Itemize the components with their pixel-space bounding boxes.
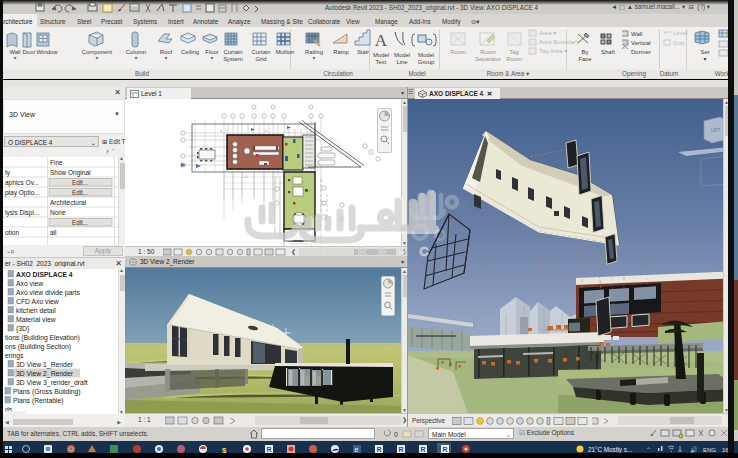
svg-text:None: None [50, 209, 66, 216]
svg-text:Room: Room [506, 56, 522, 62]
svg-text:▾: ▾ [96, 55, 99, 61]
svg-text:R: R [377, 446, 382, 453]
svg-text:kitchen detail: kitchen detail [16, 307, 56, 314]
svg-text:Show Original: Show Original [50, 169, 91, 177]
svg-text:Model: Model [373, 52, 389, 58]
svg-text:Shaft: Shaft [601, 49, 615, 55]
svg-text:Room: Room [450, 49, 466, 55]
svg-text:Fine: Fine [50, 159, 63, 166]
svg-text:play Optio...: play Optio... [5, 189, 40, 197]
svg-text:R: R [421, 446, 426, 453]
svg-text:Grid: Grid [255, 56, 266, 62]
svg-text:0: 0 [394, 431, 398, 438]
svg-text:Stair: Stair [357, 49, 369, 55]
svg-text:otion: otion [5, 229, 19, 236]
svg-text:Face: Face [578, 56, 592, 62]
svg-text:Vertical: Vertical [631, 40, 651, 46]
svg-text:ons (Building Section): ons (Building Section) [5, 343, 71, 351]
svg-text:LIFT: LIFT [711, 128, 721, 133]
svg-text:Curtain: Curtain [224, 49, 243, 55]
svg-text:Edit...: Edit... [72, 219, 88, 226]
svg-text:Edit...: Edit... [72, 179, 88, 186]
svg-text:Set: Set [701, 49, 710, 55]
svg-text:By: By [582, 49, 589, 55]
svg-text:Line: Line [396, 59, 408, 65]
svg-text:Area ▾: Area ▾ [539, 30, 556, 36]
svg-text:Level: Level [673, 30, 687, 36]
svg-text:erings: erings [5, 352, 24, 360]
svg-text:▾: ▾ [165, 55, 168, 61]
svg-text:▾: ▾ [313, 55, 316, 61]
svg-text:3D View 2_Render: 3D View 2_Render [16, 370, 74, 378]
svg-text:Edit...: Edit... [72, 189, 88, 196]
svg-text:Curtain: Curtain [252, 49, 271, 55]
svg-text:Window: Window [37, 49, 59, 55]
svg-text:Model: Model [418, 52, 434, 58]
svg-text:Door: Door [23, 49, 36, 55]
svg-text:lysis Displ...: lysis Displ... [5, 209, 40, 217]
svg-text:3D View 1_Render: 3D View 1_Render [16, 361, 74, 369]
svg-text:△: △ [220, 128, 223, 132]
svg-text:R: R [267, 446, 272, 453]
svg-text:Room & Area ▾: Room & Area ▾ [487, 70, 530, 77]
svg-text:Model: Model [394, 52, 410, 58]
svg-text:△: △ [265, 128, 268, 132]
svg-text:3D View 3_render_draft: 3D View 3_render_draft [16, 379, 88, 387]
svg-text:▾: ▾ [704, 56, 707, 62]
svg-text:Text: Text [376, 59, 387, 65]
svg-text:Build: Build [135, 70, 149, 77]
svg-text:Model: Model [408, 70, 425, 77]
svg-text:R: R [399, 446, 404, 453]
svg-text:all: all [50, 229, 57, 236]
svg-text:A: A [375, 31, 388, 50]
svg-text:R: R [443, 446, 448, 453]
svg-text:Wall: Wall [631, 31, 642, 37]
svg-text:ty: ty [5, 169, 11, 177]
svg-text:aphics Ov...: aphics Ov... [5, 179, 39, 187]
svg-text:System: System [223, 56, 243, 62]
svg-text:Datum: Datum [660, 70, 679, 77]
svg-text:Group: Group [418, 59, 435, 65]
svg-text:AXO DISPLACE 4: AXO DISPLACE 4 [16, 271, 73, 278]
svg-text:▾: ▾ [14, 55, 17, 61]
svg-text:▾: ▾ [211, 55, 214, 61]
svg-text:Ramp: Ramp [333, 49, 349, 55]
svg-text:Opening: Opening [622, 70, 646, 78]
svg-text:{3D}: {3D} [16, 325, 30, 333]
svg-text:Material view: Material view [16, 316, 56, 323]
svg-text:Axo view: Axo view [16, 280, 43, 287]
svg-text:Grid: Grid [673, 40, 684, 46]
svg-text:ENG: ENG [703, 447, 716, 453]
svg-text:Tag Area ▾: Tag Area ▾ [539, 48, 567, 54]
svg-text:△: △ [245, 174, 248, 178]
svg-text:Axo view divide parts: Axo view divide parts [16, 289, 80, 297]
svg-text:Architectural: Architectural [50, 199, 87, 206]
svg-text:e: e [355, 446, 359, 453]
svg-text:Mullion: Mullion [276, 49, 295, 55]
svg-text:tions (Building Elevation): tions (Building Elevation) [5, 334, 80, 342]
svg-text:Ceiling: Ceiling [181, 49, 199, 55]
svg-text:Dormer: Dormer [631, 49, 651, 55]
svg-text:Area Boundary: Area Boundary [539, 39, 579, 45]
svg-text:CFD Axo view: CFD Axo view [16, 298, 59, 305]
svg-text:Room: Room [480, 49, 496, 55]
svg-text:▾: ▾ [135, 55, 138, 61]
svg-text:Circulation: Circulation [323, 70, 353, 77]
svg-text:Plans (Rentable): Plans (Rentable) [13, 397, 64, 405]
svg-text:Separator: Separator [475, 56, 501, 62]
svg-text:Plans (Gross Building): Plans (Gross Building) [13, 388, 81, 396]
svg-text:⌃: ⌃ [646, 447, 651, 453]
svg-text:Tag: Tag [509, 49, 519, 55]
